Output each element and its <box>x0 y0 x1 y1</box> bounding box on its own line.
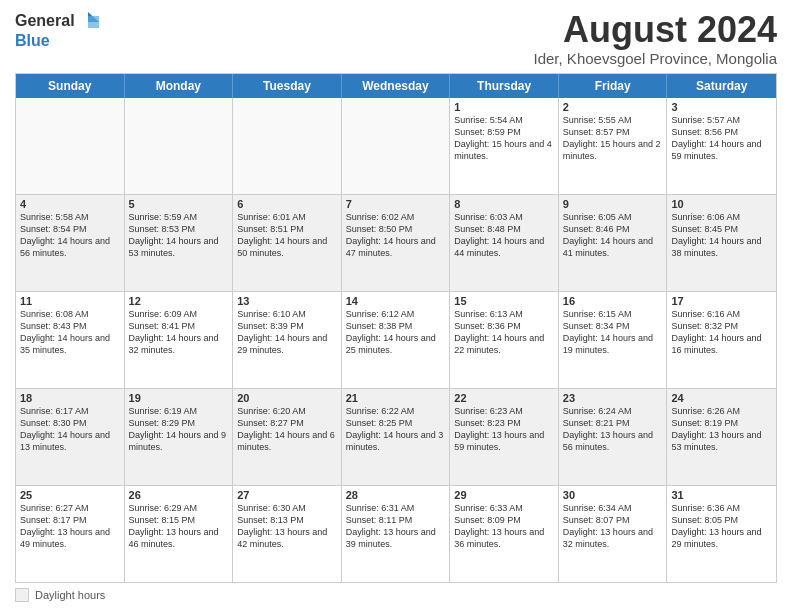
calendar-row-0: 1Sunrise: 5:54 AM Sunset: 8:59 PM Daylig… <box>16 98 776 195</box>
day-number-1-6: 10 <box>671 198 772 210</box>
cell-content-2-3: Sunrise: 6:12 AM Sunset: 8:38 PM Dayligh… <box>346 308 446 357</box>
cal-cell-2-6: 17Sunrise: 6:16 AM Sunset: 8:32 PM Dayli… <box>667 292 776 388</box>
cell-content-2-5: Sunrise: 6:15 AM Sunset: 8:34 PM Dayligh… <box>563 308 663 357</box>
cal-cell-2-2: 13Sunrise: 6:10 AM Sunset: 8:39 PM Dayli… <box>233 292 342 388</box>
header-monday: Monday <box>125 74 234 98</box>
calendar-row-3: 18Sunrise: 6:17 AM Sunset: 8:30 PM Dayli… <box>16 389 776 486</box>
cell-content-4-6: Sunrise: 6:36 AM Sunset: 8:05 PM Dayligh… <box>671 502 772 551</box>
cal-cell-0-1 <box>125 98 234 194</box>
day-number-3-6: 24 <box>671 392 772 404</box>
day-number-2-4: 15 <box>454 295 554 307</box>
cal-cell-1-5: 9Sunrise: 6:05 AM Sunset: 8:46 PM Daylig… <box>559 195 668 291</box>
cell-content-3-6: Sunrise: 6:26 AM Sunset: 8:19 PM Dayligh… <box>671 405 772 454</box>
cal-cell-1-1: 5Sunrise: 5:59 AM Sunset: 8:53 PM Daylig… <box>125 195 234 291</box>
cell-content-3-3: Sunrise: 6:22 AM Sunset: 8:25 PM Dayligh… <box>346 405 446 454</box>
day-number-4-5: 30 <box>563 489 663 501</box>
cal-cell-4-2: 27Sunrise: 6:30 AM Sunset: 8:13 PM Dayli… <box>233 486 342 582</box>
day-number-2-2: 13 <box>237 295 337 307</box>
svg-marker-1 <box>88 16 99 28</box>
day-number-4-4: 29 <box>454 489 554 501</box>
day-number-3-4: 22 <box>454 392 554 404</box>
cell-content-1-2: Sunrise: 6:01 AM Sunset: 8:51 PM Dayligh… <box>237 211 337 260</box>
day-number-4-3: 28 <box>346 489 446 501</box>
cal-cell-0-6: 3Sunrise: 5:57 AM Sunset: 8:56 PM Daylig… <box>667 98 776 194</box>
cal-cell-2-4: 15Sunrise: 6:13 AM Sunset: 8:36 PM Dayli… <box>450 292 559 388</box>
cal-cell-3-5: 23Sunrise: 6:24 AM Sunset: 8:21 PM Dayli… <box>559 389 668 485</box>
header-sunday: Sunday <box>16 74 125 98</box>
day-number-1-2: 6 <box>237 198 337 210</box>
cal-cell-4-3: 28Sunrise: 6:31 AM Sunset: 8:11 PM Dayli… <box>342 486 451 582</box>
cell-content-3-4: Sunrise: 6:23 AM Sunset: 8:23 PM Dayligh… <box>454 405 554 454</box>
cal-cell-2-0: 11Sunrise: 6:08 AM Sunset: 8:43 PM Dayli… <box>16 292 125 388</box>
cell-content-1-5: Sunrise: 6:05 AM Sunset: 8:46 PM Dayligh… <box>563 211 663 260</box>
calendar-row-2: 11Sunrise: 6:08 AM Sunset: 8:43 PM Dayli… <box>16 292 776 389</box>
day-number-1-4: 8 <box>454 198 554 210</box>
cal-cell-1-0: 4Sunrise: 5:58 AM Sunset: 8:54 PM Daylig… <box>16 195 125 291</box>
calendar-body: 1Sunrise: 5:54 AM Sunset: 8:59 PM Daylig… <box>16 98 776 582</box>
logo-bird-icon <box>77 10 99 32</box>
header-thursday: Thursday <box>450 74 559 98</box>
cal-cell-0-2 <box>233 98 342 194</box>
logo-line2: Blue <box>15 32 99 50</box>
cal-cell-1-2: 6Sunrise: 6:01 AM Sunset: 8:51 PM Daylig… <box>233 195 342 291</box>
day-number-4-2: 27 <box>237 489 337 501</box>
logo: General Blue <box>15 10 99 50</box>
cell-content-1-0: Sunrise: 5:58 AM Sunset: 8:54 PM Dayligh… <box>20 211 120 260</box>
day-number-3-5: 23 <box>563 392 663 404</box>
day-number-2-3: 14 <box>346 295 446 307</box>
cal-cell-0-5: 2Sunrise: 5:55 AM Sunset: 8:57 PM Daylig… <box>559 98 668 194</box>
day-number-4-0: 25 <box>20 489 120 501</box>
cell-content-4-0: Sunrise: 6:27 AM Sunset: 8:17 PM Dayligh… <box>20 502 120 551</box>
cell-content-2-4: Sunrise: 6:13 AM Sunset: 8:36 PM Dayligh… <box>454 308 554 357</box>
header: General Blue August 2024 Ider, Khoevsgoe… <box>15 10 777 67</box>
day-number-3-3: 21 <box>346 392 446 404</box>
calendar-row-1: 4Sunrise: 5:58 AM Sunset: 8:54 PM Daylig… <box>16 195 776 292</box>
cal-cell-0-4: 1Sunrise: 5:54 AM Sunset: 8:59 PM Daylig… <box>450 98 559 194</box>
calendar-header: Sunday Monday Tuesday Wednesday Thursday… <box>16 74 776 98</box>
cal-cell-1-4: 8Sunrise: 6:03 AM Sunset: 8:48 PM Daylig… <box>450 195 559 291</box>
cal-cell-3-3: 21Sunrise: 6:22 AM Sunset: 8:25 PM Dayli… <box>342 389 451 485</box>
cal-cell-1-6: 10Sunrise: 6:06 AM Sunset: 8:45 PM Dayli… <box>667 195 776 291</box>
cell-content-1-3: Sunrise: 6:02 AM Sunset: 8:50 PM Dayligh… <box>346 211 446 260</box>
cell-content-4-4: Sunrise: 6:33 AM Sunset: 8:09 PM Dayligh… <box>454 502 554 551</box>
cell-content-0-6: Sunrise: 5:57 AM Sunset: 8:56 PM Dayligh… <box>671 114 772 163</box>
cell-content-2-1: Sunrise: 6:09 AM Sunset: 8:41 PM Dayligh… <box>129 308 229 357</box>
cal-cell-4-0: 25Sunrise: 6:27 AM Sunset: 8:17 PM Dayli… <box>16 486 125 582</box>
daylight-label: Daylight hours <box>35 589 105 601</box>
day-number-3-1: 19 <box>129 392 229 404</box>
cell-content-4-5: Sunrise: 6:34 AM Sunset: 8:07 PM Dayligh… <box>563 502 663 551</box>
cell-content-3-1: Sunrise: 6:19 AM Sunset: 8:29 PM Dayligh… <box>129 405 229 454</box>
cal-cell-3-6: 24Sunrise: 6:26 AM Sunset: 8:19 PM Dayli… <box>667 389 776 485</box>
cell-content-4-3: Sunrise: 6:31 AM Sunset: 8:11 PM Dayligh… <box>346 502 446 551</box>
day-number-4-1: 26 <box>129 489 229 501</box>
calendar-row-4: 25Sunrise: 6:27 AM Sunset: 8:17 PM Dayli… <box>16 486 776 582</box>
day-number-3-0: 18 <box>20 392 120 404</box>
cal-cell-3-0: 18Sunrise: 6:17 AM Sunset: 8:30 PM Dayli… <box>16 389 125 485</box>
day-number-1-3: 7 <box>346 198 446 210</box>
day-number-2-5: 16 <box>563 295 663 307</box>
logo-general-text: General <box>15 12 75 30</box>
day-number-4-6: 31 <box>671 489 772 501</box>
cal-cell-0-0 <box>16 98 125 194</box>
day-number-2-6: 17 <box>671 295 772 307</box>
cell-content-0-5: Sunrise: 5:55 AM Sunset: 8:57 PM Dayligh… <box>563 114 663 163</box>
day-number-0-6: 3 <box>671 101 772 113</box>
subtitle: Ider, Khoevsgoel Province, Mongolia <box>534 50 777 67</box>
logo-container: General Blue <box>15 10 99 50</box>
day-number-2-1: 12 <box>129 295 229 307</box>
day-number-0-4: 1 <box>454 101 554 113</box>
cell-content-1-1: Sunrise: 5:59 AM Sunset: 8:53 PM Dayligh… <box>129 211 229 260</box>
logo-line1: General <box>15 10 99 32</box>
page: General Blue August 2024 Ider, Khoevsgoe… <box>0 0 792 612</box>
cell-content-3-2: Sunrise: 6:20 AM Sunset: 8:27 PM Dayligh… <box>237 405 337 454</box>
title-block: August 2024 Ider, Khoevsgoel Province, M… <box>534 10 777 67</box>
header-friday: Friday <box>559 74 668 98</box>
cal-cell-1-3: 7Sunrise: 6:02 AM Sunset: 8:50 PM Daylig… <box>342 195 451 291</box>
cell-content-4-2: Sunrise: 6:30 AM Sunset: 8:13 PM Dayligh… <box>237 502 337 551</box>
logo-text-block: General Blue <box>15 10 99 50</box>
cal-cell-4-5: 30Sunrise: 6:34 AM Sunset: 8:07 PM Dayli… <box>559 486 668 582</box>
cal-cell-4-1: 26Sunrise: 6:29 AM Sunset: 8:15 PM Dayli… <box>125 486 234 582</box>
footer: Daylight hours <box>15 588 777 602</box>
day-number-1-0: 4 <box>20 198 120 210</box>
day-number-2-0: 11 <box>20 295 120 307</box>
